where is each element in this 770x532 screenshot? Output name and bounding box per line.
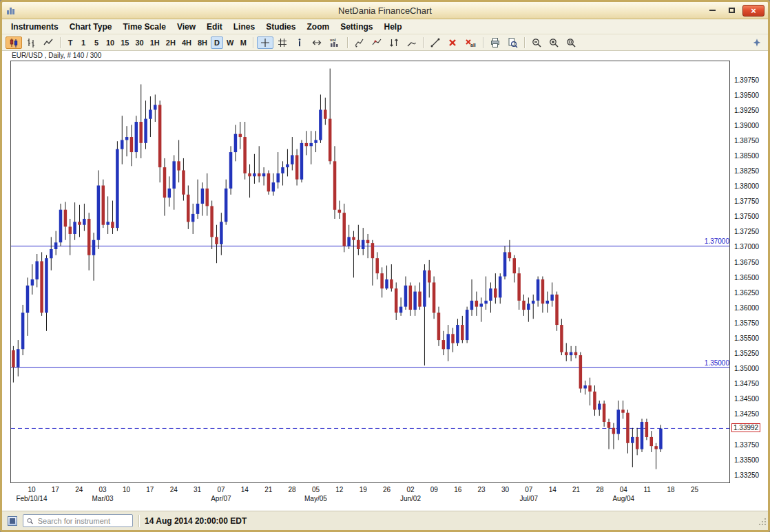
menu-help[interactable]: Help (379, 21, 406, 33)
y-axis-tick-label: 1.35500 (734, 334, 759, 342)
y-axis-tick-label: 1.33500 (734, 456, 759, 464)
menu-settings[interactable]: Settings (335, 21, 377, 33)
scroll-horizontal-button[interactable] (309, 36, 325, 49)
y-axis-tick-label: 1.38500 (734, 152, 759, 160)
data-inspect-button[interactable] (368, 36, 385, 49)
delete-all-button[interactable]: all (461, 36, 479, 49)
pointer-line-icon (406, 37, 417, 48)
x-axis-day-label: 30 (495, 486, 515, 493)
info-icon (294, 37, 305, 48)
timeframe-8h-button[interactable]: 8H (195, 36, 210, 49)
y-axis-tick-label: 1.37000 (734, 243, 759, 251)
crosshair-pointer-icon (354, 37, 365, 48)
chart-type-candlestick-button[interactable] (6, 36, 22, 49)
statusbar-app-icon[interactable] (8, 516, 17, 526)
compare-instruments-button[interactable] (386, 36, 402, 49)
y-axis-tick-label: 1.38000 (734, 182, 759, 190)
timeframe-10m-button[interactable]: 10 (103, 36, 117, 49)
x-axis-day-label: 18 (660, 486, 681, 493)
x-axis-day-label: 23 (471, 486, 492, 493)
search-box[interactable] (23, 514, 133, 527)
resize-grip-icon (758, 517, 767, 526)
compare-arrows-icon (388, 37, 399, 48)
timeframe-30m-button[interactable]: 30 (133, 36, 147, 49)
trendline-button[interactable] (427, 36, 444, 49)
menu-lines[interactable]: Lines (229, 21, 260, 33)
y-axis-tick-label: 1.33750 (734, 441, 759, 449)
y-axis-tick-label: 1.37500 (734, 213, 759, 220)
menu-view[interactable]: View (172, 21, 200, 33)
grid-button[interactable] (274, 36, 291, 49)
level-label-2: 1.35000 (699, 359, 729, 367)
instrument-search-input[interactable] (37, 516, 129, 526)
close-button[interactable]: × (742, 5, 764, 17)
maximize-button[interactable] (723, 5, 740, 16)
level-label-1: 1.37000 (699, 237, 729, 245)
timeframe-1m-button[interactable]: 1 (77, 36, 90, 49)
statusbar-timestamp: 14 Aug 2014 20:00:00 EDT (145, 516, 247, 526)
pointer-line-button[interactable] (403, 36, 419, 49)
title-bar[interactable]: NetDania FinanceChart × (2, 2, 768, 19)
period-monthly-button[interactable]: M (237, 36, 249, 49)
crosshair-pointer-button[interactable] (351, 36, 368, 49)
x-axis-month-label: Mar/03 (79, 495, 127, 502)
y-axis-tick-label: 1.34750 (734, 380, 759, 387)
x-axis-day-label: 17 (140, 486, 160, 493)
menu-chart-type[interactable]: Chart Type (65, 21, 117, 33)
timeframe-15m-button[interactable]: 15 (118, 36, 132, 49)
chart-type-bars-button[interactable] (23, 36, 39, 49)
print-preview-button[interactable] (504, 36, 521, 49)
delete-selected-button[interactable] (444, 36, 461, 49)
resize-grip[interactable] (758, 516, 767, 529)
toolbar: T 1 5 10 15 30 1H 2H 4H 8H D W M (2, 34, 768, 51)
minimize-button[interactable] (704, 5, 720, 16)
toolbar-separator (524, 37, 525, 48)
x-axis-months[interactable]: Feb/10/14Mar/03Apr/07May/05Jun/02Jul/07A… (2, 495, 732, 503)
x-axis-day-label: 14 (234, 486, 255, 493)
crosshair-icon (260, 37, 271, 48)
toolbar-star-button[interactable] (749, 36, 764, 49)
menu-bar: Instruments Chart Type Time Scale View E… (2, 19, 768, 34)
svg-text:vol: vol (330, 38, 336, 42)
menu-instruments[interactable]: Instruments (6, 21, 63, 33)
timeframe-5m-button[interactable]: 5 (90, 36, 103, 49)
x-axis-day-label: 26 (377, 486, 397, 493)
x-axis-month-label: Jul/07 (505, 495, 553, 502)
app-window: NetDania FinanceChart × Instruments Char… (0, 0, 770, 532)
menu-studies[interactable]: Studies (261, 21, 300, 33)
x-axis-day-label: 04 (613, 486, 634, 493)
x-axis-day-label: 24 (163, 486, 184, 493)
chart-type-line-button[interactable] (40, 36, 56, 49)
menu-time-scale[interactable]: Time Scale (118, 21, 170, 33)
zoom-in-button[interactable] (545, 36, 562, 49)
x-axis-month-label: Jun/02 (386, 495, 435, 502)
toolbar-separator (253, 37, 253, 48)
minimize-icon (709, 10, 716, 11)
price-plot[interactable] (10, 61, 730, 483)
x-axis-day-label: 19 (353, 486, 373, 493)
y-axis-tick-label: 1.33250 (734, 471, 759, 479)
y-axis-tick-label: 1.37250 (734, 228, 759, 235)
crosshair-button[interactable] (257, 36, 273, 49)
period-weekly-button[interactable]: W (224, 36, 236, 49)
timeframe-tick-button[interactable]: T (64, 36, 76, 49)
zoom-out-button[interactable] (528, 36, 545, 49)
menu-zoom[interactable]: Zoom (302, 21, 334, 33)
print-button[interactable] (487, 36, 503, 49)
y-axis-tick-label: 1.36750 (734, 259, 759, 266)
timeframe-4h-button[interactable]: 4H (179, 36, 194, 49)
x-axis-days[interactable]: 1017240310172431071421280512192602091623… (2, 486, 732, 494)
y-axis-tick-label: 1.36500 (734, 274, 759, 281)
toolbar-separator (60, 37, 61, 48)
timeframe-1h-button[interactable]: 1H (147, 36, 163, 49)
x-axis-day-label: 21 (258, 486, 279, 493)
last-price-label: 1.33992 (731, 423, 760, 432)
y-axis[interactable]: 1.397501.395001.392501.390001.387501.385… (733, 61, 767, 484)
menu-edit[interactable]: Edit (202, 21, 227, 33)
info-button[interactable] (291, 36, 308, 49)
zoom-reset-button[interactable] (563, 36, 579, 49)
x-axis-day-label: 14 (542, 486, 563, 493)
volume-button[interactable]: vol (326, 36, 344, 49)
timeframe-2h-button[interactable]: 2H (163, 36, 178, 49)
period-daily-button[interactable]: D (211, 36, 223, 49)
